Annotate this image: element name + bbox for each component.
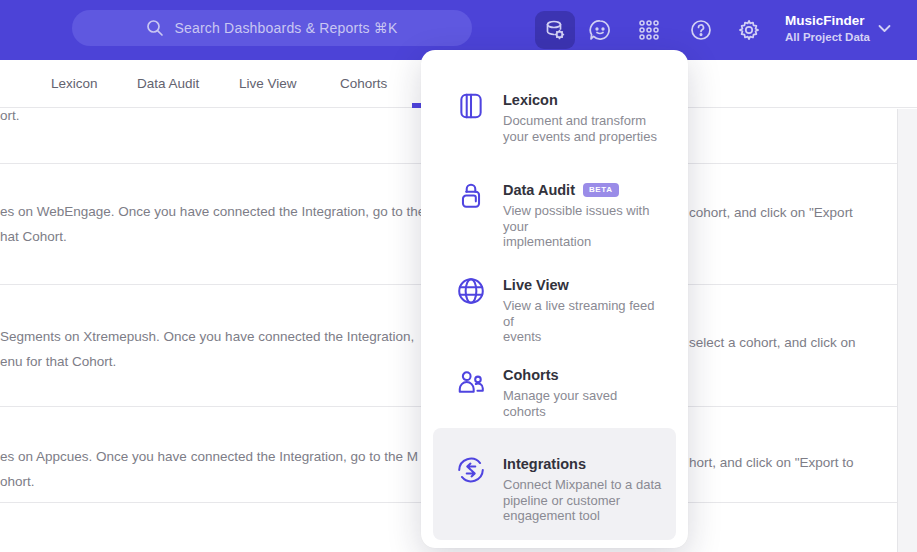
menu-item-lexicon[interactable]: Lexicon Document and transform your even…	[433, 80, 676, 154]
row-text: ort.	[0, 107, 20, 124]
integrations-sync-icon	[456, 455, 486, 485]
settings-button[interactable]	[737, 0, 761, 60]
database-gear-icon	[543, 18, 567, 42]
tab-lexicon[interactable]: Lexicon	[51, 60, 98, 108]
project-name: MusicFinder	[785, 11, 870, 30]
row-text: select a cohort, and click on	[689, 334, 856, 351]
chat-smiley-icon	[588, 18, 612, 42]
tab-data-audit[interactable]: Data Audit	[137, 60, 199, 108]
cohorts-people-icon	[456, 366, 486, 396]
tab-live-view[interactable]: Live View	[239, 60, 297, 108]
menu-item-description: Connect Mixpanel to a data pipeline or c…	[503, 477, 661, 524]
data-management-dropdown: Lexicon Document and transform your even…	[421, 50, 688, 548]
menu-item-data-audit[interactable]: Data Audit BETA View possible issues wit…	[433, 170, 676, 260]
menu-item-title: Data Audit	[503, 180, 575, 200]
data-management-button[interactable]	[535, 11, 575, 49]
menu-item-title: Integrations	[503, 454, 586, 474]
row-text: hat Cohort.	[0, 228, 67, 245]
lexicon-book-icon	[456, 91, 486, 121]
search-icon	[146, 19, 164, 37]
row-text: es on WebEngage. Once you have connected…	[0, 203, 425, 220]
project-selector[interactable]: MusicFinder All Project Data	[785, 11, 870, 45]
tab-cohorts[interactable]: Cohorts	[340, 60, 387, 108]
beta-badge: BETA	[583, 183, 619, 197]
data-audit-lock-icon	[456, 181, 486, 211]
question-circle-icon	[689, 18, 713, 42]
menu-item-description: Document and transform your events and p…	[503, 113, 657, 144]
search-input[interactable]: Search Dashboards & Reports ⌘K	[72, 10, 472, 46]
menu-item-description: View possible issues with your implement…	[503, 203, 662, 250]
menu-item-title: Live View	[503, 275, 569, 295]
scroll-gutter[interactable]	[897, 109, 917, 552]
menu-item-description: Manage your saved cohorts	[503, 388, 662, 419]
menu-item-integrations[interactable]: Integrations Connect Mixpanel to a data …	[433, 428, 676, 540]
chevron-down-icon[interactable]	[878, 24, 891, 33]
row-text: hort, and click on "Export to	[689, 454, 854, 471]
menu-item-description: View a live streaming feed of events	[503, 298, 662, 345]
menu-item-title: Cohorts	[503, 365, 559, 385]
row-text: cohort, and click on "Export	[689, 204, 853, 221]
search-placeholder: Search Dashboards & Reports ⌘K	[174, 20, 397, 36]
gear-icon	[737, 18, 761, 42]
menu-item-live-view[interactable]: Live View View a live streaming feed of …	[433, 265, 676, 355]
row-text: es on Appcues. Once you have connected t…	[0, 448, 418, 465]
row-text: ohort.	[0, 473, 35, 490]
live-view-globe-icon	[456, 276, 486, 306]
apps-grid-icon	[637, 18, 661, 42]
help-button[interactable]	[689, 0, 713, 60]
menu-item-cohorts[interactable]: Cohorts Manage your saved cohorts	[433, 355, 676, 429]
project-scope: All Project Data	[785, 30, 870, 45]
row-text: enu for that Cohort.	[0, 353, 116, 370]
menu-item-title: Lexicon	[503, 90, 558, 110]
row-text: Segments on Xtremepush. Once you have co…	[0, 328, 414, 345]
